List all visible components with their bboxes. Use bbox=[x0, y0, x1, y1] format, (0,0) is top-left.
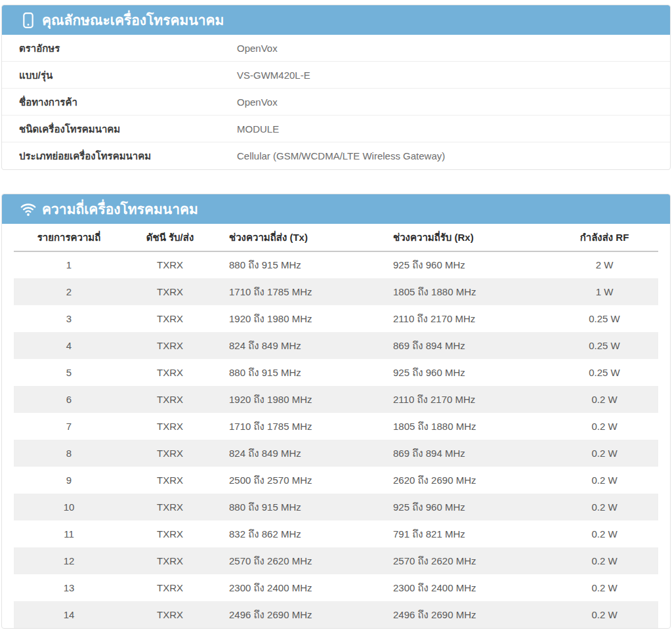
frequency-cell: 0.2 W bbox=[551, 574, 658, 601]
spec-value: VS-GWM420L-E bbox=[237, 66, 310, 84]
frequency-cell: 7 bbox=[14, 413, 124, 440]
frequency-row: 13TXRX2300 ถึง 2400 MHz2300 ถึง 2400 MHz… bbox=[14, 574, 658, 601]
frequency-cell: 0.2 W bbox=[551, 386, 658, 413]
frequency-cell: 1920 ถึง 1980 MHz bbox=[216, 305, 380, 332]
frequency-cell: 3 bbox=[14, 305, 124, 332]
frequency-cell: 0.25 W bbox=[551, 359, 658, 386]
frequency-cell: 1805 ถึง 1880 MHz bbox=[380, 413, 551, 440]
spec-value: OpenVox bbox=[237, 39, 278, 57]
frequency-cell: 0.2 W bbox=[551, 601, 658, 628]
frequency-cell: 1710 ถึง 1785 MHz bbox=[216, 413, 380, 440]
frequency-cell: 2 W bbox=[551, 251, 658, 278]
spec-label: ตราอักษร bbox=[2, 39, 237, 57]
frequency-cell: 0.2 W bbox=[551, 413, 658, 440]
frequency-row: 6TXRX1920 ถึง 1980 MHz2110 ถึง 2170 MHz0… bbox=[14, 386, 658, 413]
frequency-cell: 2500 ถึง 2570 MHz bbox=[216, 467, 380, 494]
frequency-cell: TXRX bbox=[124, 601, 216, 628]
frequency-cell: TXRX bbox=[124, 547, 216, 574]
frequency-cell: 2570 ถึง 2620 MHz bbox=[380, 547, 551, 574]
frequency-cell: 2 bbox=[14, 278, 124, 305]
frequency-cell: 880 ถึง 915 MHz bbox=[216, 251, 380, 278]
frequency-row: 11TXRX832 ถึง 862 MHz791 ถึง 821 MHz0.2 … bbox=[14, 520, 658, 547]
frequency-cell: 2620 ถึง 2690 MHz bbox=[380, 467, 551, 494]
frequency-cell: 10 bbox=[14, 494, 124, 520]
frequency-cell: 0.2 W bbox=[551, 494, 658, 520]
frequency-cell: 0.25 W bbox=[551, 305, 658, 332]
characteristics-panel: คุณลักษณะเครื่องโทรคมนาคม ตราอักษร OpenV… bbox=[1, 5, 671, 170]
frequency-cell: 869 ถึง 894 MHz bbox=[380, 440, 551, 467]
spec-label: แบบ/รุ่น bbox=[2, 66, 237, 84]
frequency-row: 9TXRX2500 ถึง 2570 MHz2620 ถึง 2690 MHz0… bbox=[14, 467, 658, 494]
frequency-row: 10TXRX880 ถึง 915 MHz925 ถึง 960 MHz0.2 … bbox=[14, 494, 658, 520]
frequency-cell: TXRX bbox=[124, 413, 216, 440]
characteristics-title: คุณลักษณะเครื่องโทรคมนาคม bbox=[42, 9, 224, 31]
frequency-row: 14TXRX2496 ถึง 2690 MHz2496 ถึง 2690 MHz… bbox=[14, 601, 658, 628]
frequency-cell: 1805 ถึง 1880 MHz bbox=[380, 278, 551, 305]
spec-row: แบบ/รุ่น VS-GWM420L-E bbox=[2, 62, 670, 89]
frequency-cell: 880 ถึง 915 MHz bbox=[216, 494, 380, 520]
spec-row: ประเภทย่อยเครื่องโทรคมนาคม Cellular (GSM… bbox=[2, 142, 670, 169]
column-header: กำลังส่ง RF bbox=[551, 224, 658, 251]
frequency-cell: 2300 ถึง 2400 MHz bbox=[380, 574, 551, 601]
frequency-cell: 824 ถึง 849 MHz bbox=[216, 440, 380, 467]
smartphone-icon bbox=[20, 12, 36, 29]
spec-row: ชื่อทางการค้า OpenVox bbox=[2, 89, 670, 116]
frequency-cell: 0.25 W bbox=[551, 332, 658, 359]
frequency-cell: TXRX bbox=[124, 494, 216, 520]
frequency-row: 7TXRX1710 ถึง 1785 MHz1805 ถึง 1880 MHz0… bbox=[14, 413, 658, 440]
frequency-cell: 832 ถึง 862 MHz bbox=[216, 520, 380, 547]
frequency-cell: 4 bbox=[14, 332, 124, 359]
frequency-cell: 791 ถึง 821 MHz bbox=[380, 520, 551, 547]
frequency-row: 3TXRX1920 ถึง 1980 MHz2110 ถึง 2170 MHz0… bbox=[14, 305, 658, 332]
spec-value: OpenVox bbox=[237, 93, 278, 111]
spec-label: ประเภทย่อยเครื่องโทรคมนาคม bbox=[2, 147, 237, 165]
frequency-cell: 0.2 W bbox=[551, 440, 658, 467]
spec-row: ชนิดเครื่องโทรคมนาคม MODULE bbox=[2, 116, 670, 142]
frequency-row: 5TXRX880 ถึง 915 MHz925 ถึง 960 MHz0.25 … bbox=[14, 359, 658, 386]
frequency-cell: 2496 ถึง 2690 MHz bbox=[216, 601, 380, 628]
frequency-cell: TXRX bbox=[124, 574, 216, 601]
frequency-cell: 0.2 W bbox=[551, 467, 658, 494]
column-header: ช่วงความถี่รับ (Rx) bbox=[380, 224, 551, 251]
frequency-cell: 880 ถึง 915 MHz bbox=[216, 359, 380, 386]
spec-value: Cellular (GSM/WCDMA/LTE Wireless Gateway… bbox=[237, 147, 445, 165]
frequency-cell: 2110 ถึง 2170 MHz bbox=[380, 386, 551, 413]
frequency-cell: 1920 ถึง 1980 MHz bbox=[216, 386, 380, 413]
frequencies-panel: ความถี่เครื่องโทรคมนาคม รายการความถี่ดัช… bbox=[1, 194, 671, 629]
frequency-cell: 11 bbox=[14, 520, 124, 547]
frequency-cell: 1710 ถึง 1785 MHz bbox=[216, 278, 380, 305]
frequencies-title: ความถี่เครื่องโทรคมนาคม bbox=[42, 198, 198, 220]
frequency-cell: TXRX bbox=[124, 520, 216, 547]
frequency-cell: TXRX bbox=[124, 251, 216, 278]
frequency-cell: 869 ถึง 894 MHz bbox=[380, 332, 551, 359]
frequency-row: 1TXRX880 ถึง 915 MHz925 ถึง 960 MHz2 W bbox=[14, 251, 658, 278]
frequency-table-body: 1TXRX880 ถึง 915 MHz925 ถึง 960 MHz2 W2T… bbox=[14, 251, 658, 628]
wifi-icon bbox=[20, 201, 36, 218]
frequency-cell: TXRX bbox=[124, 467, 216, 494]
frequency-cell: 14 bbox=[14, 601, 124, 628]
frequency-cell: 1 bbox=[14, 251, 124, 278]
frequency-cell: 2570 ถึง 2620 MHz bbox=[216, 547, 380, 574]
column-header: รายการความถี่ bbox=[14, 224, 124, 251]
frequency-cell: 5 bbox=[14, 359, 124, 386]
frequency-cell: TXRX bbox=[124, 278, 216, 305]
frequency-cell: 9 bbox=[14, 467, 124, 494]
frequency-cell: 0.2 W bbox=[551, 520, 658, 547]
frequency-cell: TXRX bbox=[124, 386, 216, 413]
frequency-table-wrap: รายการความถี่ดัชนี รับ/ส่งช่วงความถี่ส่ง… bbox=[2, 224, 670, 628]
frequency-cell: 2300 ถึง 2400 MHz bbox=[216, 574, 380, 601]
spec-label: ชนิดเครื่องโทรคมนาคม bbox=[2, 120, 237, 138]
frequency-cell: 6 bbox=[14, 386, 124, 413]
frequency-row: 12TXRX2570 ถึง 2620 MHz2570 ถึง 2620 MHz… bbox=[14, 547, 658, 574]
page: คุณลักษณะเครื่องโทรคมนาคม ตราอักษร OpenV… bbox=[0, 0, 672, 636]
frequency-cell: 1 W bbox=[551, 278, 658, 305]
frequency-cell: 12 bbox=[14, 547, 124, 574]
frequency-cell: TXRX bbox=[124, 332, 216, 359]
frequency-table-header-row: รายการความถี่ดัชนี รับ/ส่งช่วงความถี่ส่ง… bbox=[14, 224, 658, 251]
frequency-cell: 2110 ถึง 2170 MHz bbox=[380, 305, 551, 332]
frequency-cell: 925 ถึง 960 MHz bbox=[380, 494, 551, 520]
frequency-row: 8TXRX824 ถึง 849 MHz869 ถึง 894 MHz0.2 W bbox=[14, 440, 658, 467]
frequency-row: 2TXRX1710 ถึง 1785 MHz1805 ถึง 1880 MHz1… bbox=[14, 278, 658, 305]
frequency-table: รายการความถี่ดัชนี รับ/ส่งช่วงความถี่ส่ง… bbox=[14, 224, 658, 628]
spec-value: MODULE bbox=[237, 120, 279, 138]
